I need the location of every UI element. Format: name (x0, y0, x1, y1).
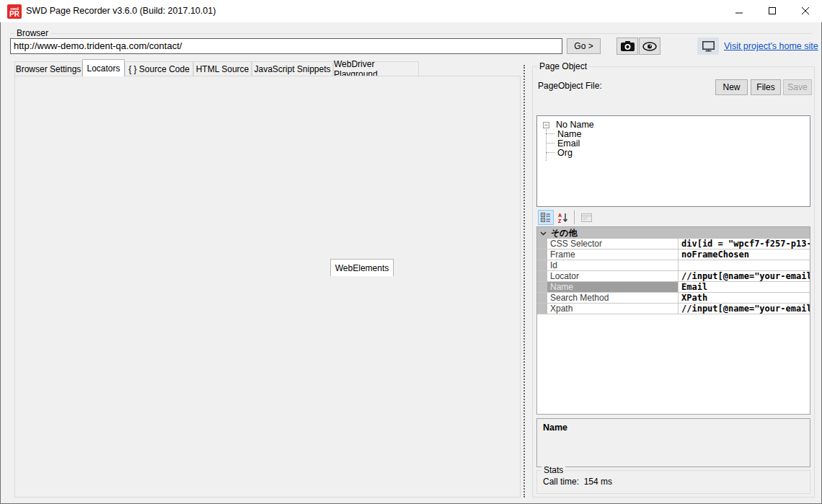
property-grid: その他 CSS Selector div[id = "wpcf7-f257-p1… (536, 226, 810, 415)
title-bar: swd PR SWD Page Recorder v3.6.0 (Build: … (0, 0, 822, 22)
desktop-button[interactable] (697, 37, 719, 55)
property-category-label: その他 (551, 227, 578, 239)
locators-tab-page (14, 76, 521, 498)
property-row-id[interactable]: Id (537, 260, 810, 271)
categorized-button[interactable] (538, 210, 554, 225)
tab-javascript-snippets[interactable]: JavaScript Snippets (252, 61, 333, 76)
page-object-tree[interactable]: − No Name Name Email Org (536, 115, 810, 207)
stats-group: Stats Call time: 154 ms (536, 470, 810, 494)
camera-icon (621, 41, 635, 51)
property-row-search-method[interactable]: Search Method XPath (537, 293, 810, 304)
watch-button[interactable] (639, 37, 660, 55)
close-icon (802, 7, 810, 15)
tab-source-code[interactable]: { } Source Code (125, 61, 193, 76)
tree-connector (546, 143, 554, 143)
tab-browser-settings[interactable]: Browser Settings (14, 61, 82, 76)
chevron-down-icon (540, 228, 547, 238)
property-pages-button[interactable] (578, 210, 594, 225)
property-row-css-selector[interactable]: CSS Selector div[id = "wpcf7-f257-p13-o1… (537, 239, 810, 249)
minimize-icon (735, 7, 743, 15)
window-title: SWD Page Recorder v3.6.0 (Build: 2017.10… (26, 6, 216, 16)
svg-text:A: A (558, 213, 562, 218)
pageobject-save-button[interactable]: Save (783, 79, 812, 95)
tree-node-name[interactable]: Name (557, 129, 581, 139)
project-home-link[interactable]: Visit project's home site (724, 41, 818, 51)
tab-webelements[interactable]: WebElements (330, 259, 394, 276)
property-row-name[interactable]: Name Email (537, 282, 810, 293)
url-input[interactable]: http://www-demo.trident-qa.com/contact/ (10, 38, 562, 54)
pageobject-files-button[interactable]: Files (751, 79, 781, 95)
toolbar-separator (574, 211, 575, 224)
screenshot-button[interactable] (616, 37, 638, 55)
tab-html-source[interactable]: HTML Source (193, 61, 252, 76)
tree-connector (546, 152, 554, 153)
property-description-title: Name (543, 423, 567, 433)
tree-node-org[interactable]: Org (557, 148, 573, 158)
categorized-icon (541, 213, 551, 222)
property-row-frame[interactable]: Frame noFrameChosen (537, 249, 810, 260)
close-button[interactable] (789, 0, 822, 22)
app-logo-icon: swd PR (7, 4, 22, 19)
pageobject-new-button[interactable]: New (715, 79, 748, 95)
alphabetical-sort-button[interactable]: A Z (555, 210, 571, 225)
property-category-row[interactable]: その他 (537, 227, 810, 239)
tab-webdriver-playground[interactable]: WebDriver Playground (333, 61, 419, 76)
property-row-locator[interactable]: Locator //input[@name="your-email"] (537, 271, 810, 282)
stats-group-label: Stats (542, 465, 565, 475)
minimize-button[interactable] (722, 0, 756, 22)
browser-group-line (10, 33, 812, 34)
tree-collapse-icon[interactable]: − (543, 122, 549, 128)
property-description-box: Name (536, 418, 810, 467)
property-pages-icon (581, 213, 592, 222)
browser-group-label: Browser (14, 28, 50, 38)
az-sort-icon: A Z (558, 213, 568, 223)
eye-icon (642, 42, 657, 51)
monitor-icon (702, 41, 715, 52)
pageobject-file-label: PageObject File: (538, 81, 602, 91)
tree-node-root[interactable]: No Name (556, 120, 594, 130)
vertical-splitter[interactable] (523, 65, 526, 498)
go-button[interactable]: Go > (567, 38, 601, 54)
page-object-group-label: Page Object (537, 61, 589, 71)
property-row-xpath[interactable]: Xpath //input[@name="your-email"] (537, 304, 810, 314)
tab-locators[interactable]: Locators (82, 59, 125, 76)
maximize-button[interactable] (756, 0, 789, 22)
maximize-icon (769, 7, 777, 15)
call-time-value: Call time: 154 ms (543, 477, 612, 487)
tree-connector (546, 133, 554, 134)
app-window: swd PR SWD Page Recorder v3.6.0 (Build: … (0, 0, 822, 504)
svg-text:Z: Z (558, 218, 562, 223)
tree-node-email[interactable]: Email (557, 138, 580, 149)
